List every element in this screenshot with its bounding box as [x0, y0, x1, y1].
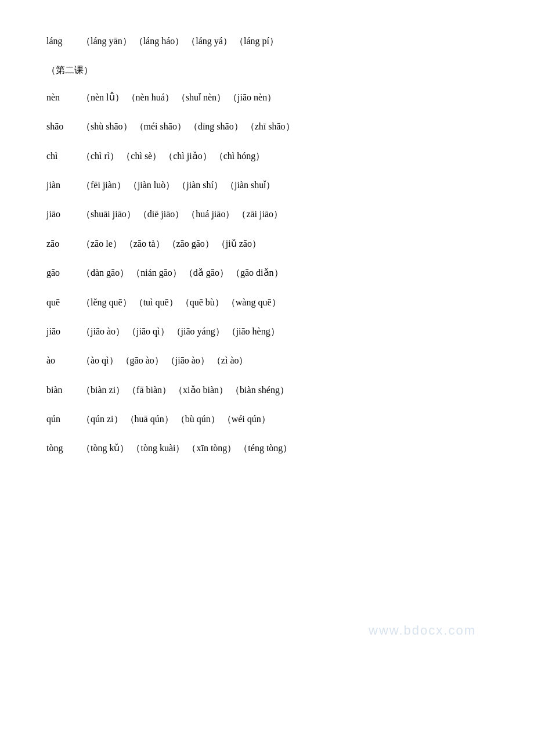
- compound-jiao2-0: （jiāo ào）: [81, 325, 125, 338]
- compound-nen-2: （shuǐ nèn）: [176, 91, 226, 104]
- word-row-lang: láng（láng yān）（láng háo）（láng yá）（láng p…: [46, 35, 488, 48]
- word-row-jiao2: jiāo（jiāo ào）（jiāo qì）（jiāo yáng）（jiāo h…: [46, 325, 488, 338]
- compound-jiao1-1: （diē jiāo）: [138, 208, 185, 221]
- compound-lang-2: （láng yá）: [186, 35, 232, 48]
- compound-shao-3: （zhī shāo）: [246, 120, 295, 133]
- compound-gao-0: （dàn gāo）: [81, 267, 129, 279]
- compound-shao-0: （shù shāo）: [81, 120, 132, 133]
- main-word-zao: zāo: [46, 237, 81, 250]
- compound-chi-0: （chì rì）: [81, 150, 119, 163]
- compound-bian-1: （fā biàn）: [127, 384, 171, 397]
- word-row-zao: zāo（zāo le）（zāo tà）（zāo gāo）（jiǔ zāo）: [46, 237, 488, 250]
- compound-ao-2: （jiāo ào）: [166, 354, 210, 367]
- compound-jian-1: （jiàn luò）: [128, 179, 175, 192]
- compound-tong-1: （tòng kuài）: [131, 442, 185, 455]
- compounds-qun: （qún zi）（huā qún）（bù qún）（wéi qún）: [81, 413, 273, 426]
- compounds-jiao1: （shuāi jiāo）（diē jiāo）（huá jiāo）（zāi jiā…: [81, 208, 285, 221]
- main-word-nen: nèn: [46, 91, 81, 104]
- compounds-que: （lěng quē）（tuì quē）（quē bù）（wàng quē）: [81, 296, 283, 309]
- main-word-tong: tòng: [46, 442, 81, 455]
- compounds-bian: （biàn zi）（fā biàn）（xiǎo biàn）（biàn shéng…: [81, 384, 291, 397]
- compound-jiao2-1: （jiāo qì）: [127, 325, 169, 338]
- compound-ao-0: （ào qì）: [81, 354, 118, 367]
- compound-tong-2: （xīn tòng）: [187, 442, 236, 455]
- compound-qun-2: （bù qún）: [176, 413, 220, 426]
- compound-nen-3: （jiāo nèn）: [228, 91, 276, 104]
- compound-tong-3: （téng tòng）: [239, 442, 292, 455]
- watermark: www.bdocx.com: [369, 622, 476, 640]
- compound-qun-3: （wéi qún）: [222, 413, 270, 426]
- compound-chi-2: （chì jiǎo）: [164, 150, 211, 163]
- main-word-jiao2: jiāo: [46, 325, 81, 338]
- compound-gao-2: （dǎ gāo）: [184, 267, 229, 279]
- compound-que-2: （quē bù）: [181, 296, 224, 309]
- compound-que-0: （lěng quē）: [81, 296, 132, 309]
- compound-qun-1: （huā qún）: [125, 413, 174, 426]
- compound-nen-0: （nèn lǚ）: [81, 91, 124, 104]
- main-word-bian: biàn: [46, 384, 81, 397]
- compounds-jian: （fēi jiàn）（jiàn luò）（jiàn shí）（jiàn shuǐ…: [81, 179, 277, 192]
- word-row-nen: nèn（nèn lǚ）（nèn huá）（shuǐ nèn）（jiāo nèn）: [46, 91, 488, 104]
- compound-shao-1: （méi shāo）: [135, 120, 186, 133]
- word-row-tong: tòng（tòng kǔ）（tòng kuài）（xīn tòng）（téng …: [46, 442, 488, 455]
- compound-ao-3: （zì ào）: [212, 354, 248, 367]
- main-word-lang: láng: [46, 35, 81, 48]
- compound-lang-0: （láng yān）: [81, 35, 132, 48]
- word-row-bian: biàn（biàn zi）（fā biàn）（xiǎo biàn）（biàn s…: [46, 384, 488, 397]
- compound-jiao1-3: （zāi jiāo）: [237, 208, 283, 221]
- compound-jiao1-2: （huá jiāo）: [186, 208, 234, 221]
- compound-que-3: （wàng quē）: [226, 296, 281, 309]
- compound-chi-1: （chì sè）: [121, 150, 161, 163]
- compound-jiao2-2: （jiāo yáng）: [172, 325, 225, 338]
- compounds-zao: （zāo le）（zāo tà）（zāo gāo）（jiǔ zāo）: [81, 237, 264, 250]
- main-word-gao: gāo: [46, 267, 81, 279]
- compound-zao-0: （zāo le）: [81, 237, 122, 250]
- content-area: láng（láng yān）（láng háo）（láng yá）（láng p…: [46, 35, 488, 455]
- compound-bian-2: （xiǎo biàn）: [174, 384, 228, 397]
- compounds-jiao2: （jiāo ào）（jiāo qì）（jiāo yáng）（jiāo hèng）: [81, 325, 282, 338]
- word-row-qun: qún（qún zi）（huā qún）（bù qún）（wéi qún）: [46, 413, 488, 426]
- compound-nen-1: （nèn huá）: [127, 91, 174, 104]
- compounds-nen: （nèn lǚ）（nèn huá）（shuǐ nèn）（jiāo nèn）: [81, 91, 279, 104]
- compound-tong-0: （tòng kǔ）: [81, 442, 129, 455]
- compound-ao-1: （gāo ào）: [121, 354, 164, 367]
- word-row-gao: gāo（dàn gāo）（nián gāo）（dǎ gāo）（gāo diǎn）: [46, 267, 488, 279]
- compound-bian-3: （biàn shéng）: [230, 384, 289, 397]
- word-row-ao: ào（ào qì）（gāo ào）（jiāo ào）（zì ào）: [46, 354, 488, 367]
- compound-lang-1: （láng háo）: [134, 35, 185, 48]
- compound-lang-3: （láng pí）: [234, 35, 279, 48]
- main-word-shao: shāo: [46, 120, 81, 133]
- compound-shao-2: （dīng shāo）: [189, 120, 243, 133]
- compound-jiao1-0: （shuāi jiāo）: [81, 208, 136, 221]
- main-word-jiao1: jiāo: [46, 208, 81, 221]
- compounds-shao: （shù shāo）（méi shāo）（dīng shāo）（zhī shāo…: [81, 120, 297, 133]
- compounds-tong: （tòng kǔ）（tòng kuài）（xīn tòng）（téng tòng…: [81, 442, 294, 455]
- section-header-section2: （第二课）: [46, 64, 488, 77]
- word-row-jiao1: jiāo（shuāi jiāo）（diē jiāo）（huá jiāo）（zāi…: [46, 208, 488, 221]
- compounds-chi: （chì rì）（chì sè）（chì jiǎo）（chì hóng）: [81, 150, 267, 163]
- word-row-chi: chì（chì rì）（chì sè）（chì jiǎo）（chì hóng）: [46, 150, 488, 163]
- compounds-gao: （dàn gāo）（nián gāo）（dǎ gāo）（gāo diǎn）: [81, 267, 286, 279]
- compound-jian-0: （fēi jiàn）: [81, 179, 126, 192]
- main-word-ao: ào: [46, 354, 81, 367]
- compound-jian-3: （jiàn shuǐ）: [225, 179, 275, 192]
- compounds-lang: （láng yān）（láng háo）（láng yá）（láng pí）: [81, 35, 281, 48]
- compound-que-1: （tuì quē）: [134, 296, 178, 309]
- compound-zao-1: （zāo tà）: [124, 237, 165, 250]
- compound-gao-1: （nián gāo）: [131, 267, 182, 279]
- compound-jiao2-3: （jiāo hèng）: [227, 325, 280, 338]
- main-word-que: quē: [46, 296, 81, 309]
- compounds-ao: （ào qì）（gāo ào）（jiāo ào）（zì ào）: [81, 354, 251, 367]
- main-word-qun: qún: [46, 413, 81, 426]
- word-row-shao: shāo（shù shāo）（méi shāo）（dīng shāo）（zhī …: [46, 120, 488, 133]
- compound-jian-2: （jiàn shí）: [177, 179, 223, 192]
- compound-qun-0: （qún zi）: [81, 413, 123, 426]
- main-word-chi: chì: [46, 150, 81, 163]
- compound-bian-0: （biàn zi）: [81, 384, 125, 397]
- word-row-que: quē（lěng quē）（tuì quē）（quē bù）（wàng quē）: [46, 296, 488, 309]
- compound-gao-3: （gāo diǎn）: [231, 267, 283, 279]
- compound-zao-3: （jiǔ zāo）: [217, 237, 261, 250]
- main-word-jian: jiàn: [46, 179, 81, 192]
- word-row-jian: jiàn（fēi jiàn）（jiàn luò）（jiàn shí）（jiàn …: [46, 179, 488, 192]
- compound-zao-2: （zāo gāo）: [167, 237, 214, 250]
